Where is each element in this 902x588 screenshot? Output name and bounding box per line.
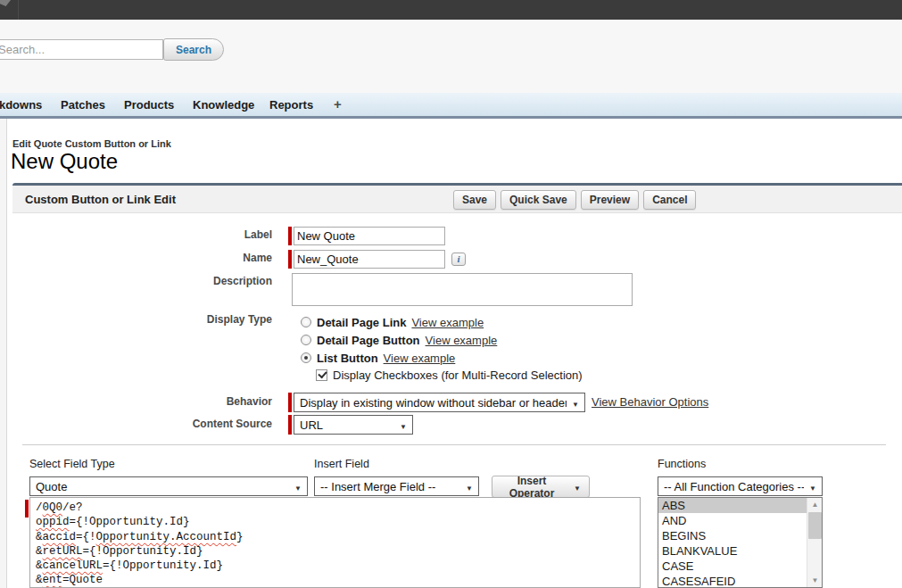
- sidebar-edge: [0, 119, 7, 588]
- functions-listbox: ABSANDBEGINSBLANKVALUECASECASESAFEID: [658, 497, 823, 588]
- chevron-down-icon: [572, 396, 579, 410]
- name-required-bar: [288, 250, 292, 269]
- section-header: Custom Button or Link Edit SaveQuick Sav…: [12, 186, 902, 213]
- display-type-option-row: Detail Page LinkView example: [301, 313, 497, 331]
- chevron-down-icon: [400, 418, 407, 432]
- tab-knowledge[interactable]: Knowledge: [193, 98, 254, 112]
- content-source-required-bar: [288, 415, 292, 435]
- scrollbar[interactable]: [807, 498, 822, 587]
- behavior-label: Behavior: [94, 395, 272, 408]
- topbar-divider: [18, 0, 19, 20]
- code-line: /0Q0/e?: [36, 501, 634, 515]
- name-input[interactable]: [294, 250, 445, 269]
- chevron-down-icon: [294, 480, 302, 493]
- scroll-up-icon[interactable]: [807, 498, 823, 511]
- display-type-option-row: Detail Page ButtonView example: [301, 331, 497, 349]
- main-content: Edit Quote Custom Button or Link New Quo…: [0, 119, 902, 588]
- insert-operator-button[interactable]: Insert Operator: [492, 476, 590, 498]
- chevron-down-icon: [466, 480, 473, 493]
- scrollbar-thumb[interactable]: [808, 512, 822, 539]
- save-button[interactable]: Save: [453, 190, 496, 210]
- add-tab-button[interactable]: +: [334, 96, 342, 112]
- radio-option-label: Detail Page Button: [317, 334, 420, 347]
- label-input[interactable]: [294, 227, 445, 245]
- function-item-and[interactable]: AND: [658, 513, 822, 528]
- insert-field-select-value: -- Insert Merge Field --: [320, 480, 460, 493]
- function-category-select-value: -- All Function Categories --: [664, 480, 804, 493]
- insert-operator-label: Insert Operator: [501, 475, 563, 500]
- search-button[interactable]: Search: [163, 38, 224, 61]
- radio-detail-page-link[interactable]: [301, 317, 311, 327]
- radio-detail-page-button[interactable]: [301, 335, 311, 345]
- code-line: &accid={!Opportunity.AccountId}: [36, 530, 634, 544]
- code-line: &retURL={!Opportunity.Id}: [36, 544, 634, 559]
- corner-logo-icon: [0, 0, 11, 6]
- functions-label: Functions: [658, 458, 706, 470]
- function-category-select[interactable]: -- All Function Categories --: [658, 476, 823, 496]
- radio-list-button[interactable]: [301, 352, 311, 363]
- scroll-down-icon[interactable]: [807, 574, 823, 587]
- formula-code[interactable]: /0Q0/e?oppid={!Opportunity.Id}&accid={!O…: [29, 497, 641, 588]
- info-icon[interactable]: i: [451, 253, 466, 266]
- code-line: &cancelURL={!Opportunity.Id}: [36, 559, 634, 573]
- insert-field-select[interactable]: -- Insert Merge Field --: [314, 476, 479, 496]
- label-required-bar: [288, 227, 292, 245]
- function-item-begins[interactable]: BEGINS: [658, 528, 822, 543]
- function-item-casesafeid[interactable]: CASESAFEID: [658, 574, 822, 588]
- view-example-link[interactable]: View example: [426, 334, 498, 347]
- content-source-select-value: URL: [300, 418, 394, 432]
- display-type-options: Detail Page LinkView exampleDetail Page …: [301, 313, 497, 367]
- chevron-down-icon: [574, 481, 581, 493]
- tab-products[interactable]: Products: [124, 98, 174, 112]
- insert-field-label: Insert Field: [314, 458, 369, 470]
- tab-bar: BreakdownsPatchesProductsKnowledgeReport…: [0, 93, 902, 119]
- display-checkboxes-label: Display Checkboxes (for Multi-Record Sel…: [333, 369, 583, 382]
- page-title: New Quote: [11, 149, 118, 174]
- view-example-link[interactable]: View example: [411, 316, 484, 329]
- tab-patches[interactable]: Patches: [61, 98, 105, 112]
- display-type-label: Display Type: [94, 313, 272, 326]
- radio-option-label: Detail Page Link: [317, 316, 406, 329]
- field-type-select-value: Quote: [36, 480, 289, 493]
- search-input[interactable]: [0, 39, 163, 60]
- description-textarea[interactable]: [292, 273, 633, 306]
- code-line: oppid={!Opportunity.Id}: [36, 515, 634, 529]
- formula-required-bar: [25, 500, 29, 518]
- code-line: &ent=Quote: [36, 573, 634, 587]
- function-item-case[interactable]: CASE: [658, 559, 822, 574]
- view-behavior-options-link[interactable]: View Behavior Options: [592, 395, 708, 409]
- quick-save-button[interactable]: Quick Save: [501, 190, 576, 210]
- behavior-required-bar: [288, 393, 292, 412]
- radio-option-label: List Button: [317, 352, 378, 365]
- tab-breakdowns[interactable]: Breakdowns: [0, 98, 42, 112]
- cancel-button[interactable]: Cancel: [643, 190, 696, 210]
- field-type-select[interactable]: Quote: [29, 476, 308, 496]
- name-field-label: Name: [94, 252, 272, 264]
- content-source-select[interactable]: URL: [294, 415, 413, 435]
- chevron-down-icon: [809, 480, 816, 493]
- description-field-label: Description: [94, 275, 272, 287]
- select-field-type-label: Select Field Type: [29, 458, 115, 470]
- tab-reports[interactable]: Reports: [269, 98, 313, 112]
- multi-record-checkbox-row: Display Checkboxes (for Multi-Record Sel…: [316, 369, 583, 382]
- breadcrumb: Edit Quote Custom Button or Link: [12, 138, 171, 149]
- display-checkboxes-checkbox[interactable]: [316, 369, 327, 381]
- top-system-bar: [0, 0, 902, 20]
- section-divider: [22, 444, 886, 445]
- preview-button[interactable]: Preview: [581, 190, 639, 210]
- function-item-abs[interactable]: ABS: [658, 498, 822, 513]
- functions-items: ABSANDBEGINSBLANKVALUECASECASESAFEID: [658, 498, 822, 588]
- action-buttons: SaveQuick SavePreviewCancel: [453, 190, 696, 210]
- display-type-option-row: List ButtonView example: [301, 349, 497, 367]
- function-item-blankvalue[interactable]: BLANKVALUE: [658, 543, 822, 559]
- app-window: Search BreakdownsPatchesProductsKnowledg…: [0, 0, 902, 588]
- content-source-label: Content Source: [94, 418, 272, 430]
- view-example-link[interactable]: View example: [384, 352, 456, 365]
- label-field-label: Label: [94, 228, 272, 241]
- behavior-select-value: Display in existing window without sideb…: [300, 396, 567, 410]
- section-title: Custom Button or Link Edit: [25, 193, 176, 206]
- behavior-select[interactable]: Display in existing window without sideb…: [294, 393, 585, 412]
